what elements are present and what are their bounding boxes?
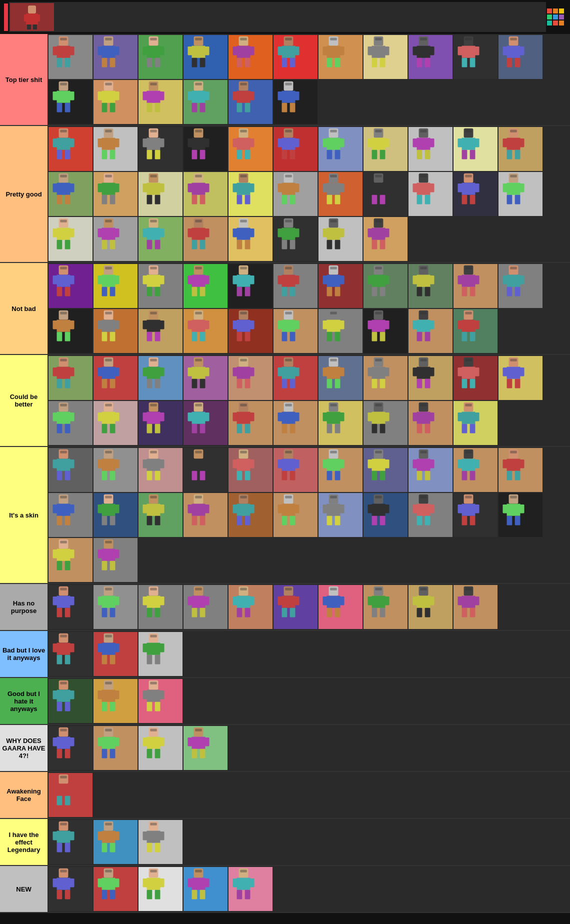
tier-item-nb19[interactable] (364, 309, 408, 353)
tier-item-nb13[interactable] (94, 309, 138, 353)
tier-item-pg7[interactable] (318, 127, 362, 171)
tier-item-hn7[interactable] (318, 585, 362, 629)
tier-item-pg16[interactable] (228, 172, 272, 216)
tier-item-sk1[interactable] (48, 448, 92, 492)
tier-item-nb11[interactable] (498, 264, 542, 308)
tier-item-pg4[interactable] (184, 127, 228, 171)
tier-item-cb10[interactable] (454, 356, 498, 400)
tier-item-sk10[interactable] (454, 448, 498, 492)
tier-item-sk8[interactable] (364, 448, 408, 492)
tier-item-hn9[interactable] (408, 585, 452, 629)
tier-item-pg22[interactable] (498, 172, 542, 216)
tier-item-sk23[interactable] (48, 538, 92, 582)
tier-item-pg6[interactable] (274, 127, 318, 171)
tier-item-pg21[interactable] (454, 172, 498, 216)
tier-item-sk19[interactable] (364, 493, 408, 537)
tier-item-pg8[interactable] (364, 127, 408, 171)
tier-item-hn4[interactable] (184, 585, 228, 629)
tier-item-af1[interactable] (48, 773, 92, 817)
tier-item-pg3[interactable] (138, 127, 182, 171)
tier-item-bl1[interactable] (48, 632, 92, 676)
tier-item-sk7[interactable] (318, 448, 362, 492)
tier-item-pg24[interactable] (94, 217, 138, 261)
tier-item-nb7[interactable] (318, 264, 362, 308)
tier-item-pg12[interactable] (48, 172, 92, 216)
tier-item-nw2[interactable] (94, 867, 138, 911)
tier-item-char8[interactable] (364, 35, 408, 79)
tier-item-pg15[interactable] (184, 172, 228, 216)
tier-item-pg25[interactable] (138, 217, 182, 261)
tier-item-cb2[interactable] (94, 356, 138, 400)
tier-item-gh2[interactable] (94, 679, 138, 723)
tier-item-sk9[interactable] (408, 448, 452, 492)
tier-item-pg30[interactable] (364, 217, 408, 261)
tier-item-nb15[interactable] (184, 309, 228, 353)
tier-item-char9[interactable] (408, 35, 452, 79)
tier-item-hn2[interactable] (94, 585, 138, 629)
tier-item-hn6[interactable] (274, 585, 318, 629)
tier-item-cb4[interactable] (184, 356, 228, 400)
tier-item-nb12[interactable] (48, 309, 92, 353)
tier-item-cb20[interactable] (408, 401, 452, 445)
tier-item-sk21[interactable] (454, 493, 498, 537)
tier-item-pg10[interactable] (454, 127, 498, 171)
tier-item-sk24[interactable] (94, 538, 138, 582)
tier-item-nb6[interactable] (274, 264, 318, 308)
tier-item-char14[interactable] (138, 80, 182, 124)
tier-item-pg18[interactable] (318, 172, 362, 216)
tier-item-nb14[interactable] (138, 309, 182, 353)
tier-item-pg29[interactable] (318, 217, 362, 261)
tier-item-nb20[interactable] (408, 309, 452, 353)
tier-item-hn5[interactable] (228, 585, 272, 629)
tier-item-nb18[interactable] (318, 309, 362, 353)
tier-item-char15[interactable] (184, 80, 228, 124)
tier-item-nb3[interactable] (138, 264, 182, 308)
tier-item-char2[interactable] (94, 35, 138, 79)
tier-item-cb12[interactable] (48, 401, 92, 445)
tier-item-pg11[interactable] (498, 127, 542, 171)
tier-item-le1[interactable] (48, 820, 92, 864)
tier-item-nb1[interactable] (48, 264, 92, 308)
tier-item-char13[interactable] (94, 80, 138, 124)
tier-item-pg1[interactable] (48, 127, 92, 171)
tier-item-nb5[interactable] (228, 264, 272, 308)
tier-item-sk5[interactable] (228, 448, 272, 492)
tier-item-ga1[interactable] (48, 726, 92, 770)
tier-item-pg17[interactable] (274, 172, 318, 216)
tier-item-char16[interactable] (228, 80, 272, 124)
tier-item-cb8[interactable] (364, 356, 408, 400)
tier-item-nb21[interactable] (454, 309, 498, 353)
tier-item-pg14[interactable] (138, 172, 182, 216)
tier-item-sk6[interactable] (274, 448, 318, 492)
tier-item-char3[interactable] (138, 35, 182, 79)
tier-item-hn3[interactable] (138, 585, 182, 629)
tier-item-char5[interactable] (228, 35, 272, 79)
tier-item-char4[interactable] (184, 35, 228, 79)
tier-item-char12[interactable] (48, 80, 92, 124)
tier-item-nw5[interactable] (228, 867, 272, 911)
tier-item-cb3[interactable] (138, 356, 182, 400)
tier-item-nb17[interactable] (274, 309, 318, 353)
tier-item-cb19[interactable] (364, 401, 408, 445)
tier-item-pg13[interactable] (94, 172, 138, 216)
tier-item-nb9[interactable] (408, 264, 452, 308)
tier-item-le3[interactable] (138, 820, 182, 864)
tier-item-cb5[interactable] (228, 356, 272, 400)
tier-item-nw3[interactable] (138, 867, 182, 911)
tier-item-cb6[interactable] (274, 356, 318, 400)
tier-item-nb10[interactable] (454, 264, 498, 308)
tier-item-cb15[interactable] (184, 401, 228, 445)
tier-item-sk20[interactable] (408, 493, 452, 537)
tier-item-unknown[interactable] (48, 35, 92, 79)
tier-item-ga4[interactable] (184, 726, 228, 770)
tier-item-sk18[interactable] (318, 493, 362, 537)
tier-item-char7[interactable] (318, 35, 362, 79)
tier-item-sk2[interactable] (94, 448, 138, 492)
tier-item-sk11[interactable] (498, 448, 542, 492)
tier-item-char17[interactable] (274, 80, 318, 124)
tier-item-sk4[interactable] (184, 448, 228, 492)
tier-item-nw1[interactable] (48, 867, 92, 911)
tier-item-pg28[interactable] (274, 217, 318, 261)
tier-item-gh3[interactable] (138, 679, 182, 723)
tier-item-nb2[interactable] (94, 264, 138, 308)
